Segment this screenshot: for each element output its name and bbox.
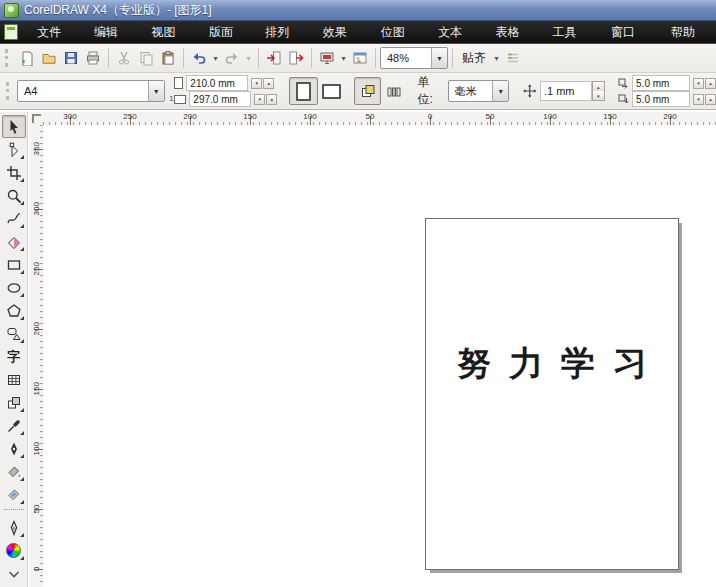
text-tool[interactable]: 字	[2, 345, 26, 368]
menu-tools[interactable]: 工具(O)	[540, 21, 598, 43]
menu-file[interactable]: 文件(F)	[24, 21, 81, 43]
table-tool[interactable]	[2, 368, 26, 391]
landscape-icon	[322, 84, 341, 99]
freehand-tool[interactable]	[2, 207, 26, 230]
shape-tool[interactable]	[2, 138, 26, 161]
copy-button[interactable]	[135, 47, 157, 69]
toolbox-more[interactable]	[2, 562, 26, 585]
menu-table[interactable]: 表格(T)	[483, 21, 540, 43]
menu-text[interactable]: 文本(X)	[425, 21, 482, 43]
save-button[interactable]	[60, 47, 82, 69]
cut-button[interactable]	[113, 47, 135, 69]
toolbar-grip[interactable]	[5, 49, 11, 67]
horizontal-ruler[interactable]: 30025020015010050050100150200	[43, 112, 716, 126]
zoom-level-combo[interactable]: 48% ▼	[380, 47, 448, 69]
menu-bitmaps[interactable]: 位图(B)	[368, 21, 425, 43]
paste-button[interactable]	[157, 47, 179, 69]
outline-flyout-tool[interactable]	[2, 516, 26, 539]
ruler-origin-button[interactable]	[30, 112, 44, 126]
import-button[interactable]	[263, 47, 285, 69]
options-button[interactable]	[502, 47, 524, 69]
crop-tool[interactable]	[2, 161, 26, 184]
interactive-fill-tool[interactable]	[2, 483, 26, 506]
interactivefill-icon	[6, 487, 22, 503]
paper-size-fields: 210.0 mm ▾▴ 297.0 mm ▾▴	[174, 76, 277, 107]
application-launcher-button[interactable]	[316, 47, 338, 69]
fill-icon	[6, 464, 22, 480]
interactive-blend-tool[interactable]	[2, 391, 26, 414]
fill-tool[interactable]	[2, 460, 26, 483]
current-page-button[interactable]	[381, 78, 406, 104]
print-button[interactable]	[82, 47, 104, 69]
snap-to-dropdown[interactable]: ▾	[491, 47, 502, 69]
welcome-screen-button[interactable]	[349, 47, 371, 69]
nudge-offset-field[interactable]: .1 mm	[540, 81, 592, 101]
units-value: 毫米	[449, 84, 493, 99]
paper-height-spinner[interactable]: ▾▴	[254, 94, 277, 105]
undo-dropdown[interactable]: ▾	[210, 47, 221, 69]
export-button[interactable]	[285, 47, 307, 69]
duplicate-x-spinner[interactable]: ▾▴	[693, 78, 716, 89]
menu-view[interactable]: 视图(V)	[139, 21, 196, 43]
crop-icon	[6, 165, 22, 181]
h-ruler-label: 50	[366, 112, 375, 121]
fill-color-tool[interactable]	[2, 539, 26, 562]
propbar-grip[interactable]	[6, 82, 12, 100]
snap-to-button[interactable]: 贴齐	[457, 47, 491, 69]
all-pages-button[interactable]	[354, 77, 381, 105]
text-icon: 字	[7, 350, 20, 363]
menu-layout[interactable]: 版面(L)	[196, 21, 252, 43]
duplicate-x-field[interactable]: 5.0 mm	[632, 75, 690, 91]
smart-fill-tool[interactable]	[2, 230, 26, 253]
polygon-tool[interactable]	[2, 299, 26, 322]
paper-height-field[interactable]: 297.0 mm	[189, 91, 251, 107]
rectangle-tool[interactable]	[2, 253, 26, 276]
standard-toolbar: ▾ ▾ ▾ 48% ▼ 贴齐 ▾	[0, 44, 716, 73]
application-launcher-dropdown[interactable]: ▾	[338, 47, 349, 69]
redo-dropdown[interactable]: ▾	[243, 47, 254, 69]
basic-shapes-tool[interactable]	[2, 322, 26, 345]
document-page[interactable]: 努力学习	[425, 218, 679, 570]
menu-items: 文件(F)编辑(E)视图(V)版面(L)排列(A)效果(C)位图(B)文本(X)…	[24, 21, 716, 43]
paper-width-field[interactable]: 210.0 mm	[186, 75, 248, 91]
landscape-button[interactable]	[318, 78, 345, 104]
document-icon	[4, 24, 18, 40]
chevron-down-icon[interactable]: ▼	[431, 48, 447, 68]
menu-edit[interactable]: 编辑(E)	[81, 21, 138, 43]
duplicate-y-field[interactable]: 5.0 mm	[632, 91, 690, 107]
v-ruler-label: 150	[32, 383, 41, 396]
units-label: 单位:	[418, 74, 444, 108]
duplicate-y-spinner[interactable]: ▾▴	[693, 94, 716, 105]
pick-tool[interactable]	[2, 115, 26, 138]
new-button[interactable]	[16, 47, 38, 69]
h-ruler-label: 300	[63, 112, 76, 121]
title-bar: CorelDRAW X4（专业版）- [图形1]	[0, 0, 716, 21]
portrait-button[interactable]	[289, 77, 318, 105]
menu-arrange[interactable]: 排列(A)	[252, 21, 309, 43]
vertical-ruler[interactable]: 350300250200150100500	[30, 125, 44, 587]
menu-help[interactable]: 帮助(H)	[658, 21, 716, 43]
paper-type-combo[interactable]: A4 ▼	[17, 80, 165, 102]
eyedropper-icon	[6, 418, 22, 434]
menu-window[interactable]: 窗口(W)	[598, 21, 658, 43]
blend-icon	[6, 395, 22, 411]
drawing-canvas[interactable]: 努力学习	[43, 125, 716, 587]
menu-effects[interactable]: 效果(C)	[310, 21, 368, 43]
paper-width-spinner[interactable]: ▾▴	[251, 78, 274, 89]
nudge-offset-spinner[interactable]: ▴▾	[592, 81, 605, 101]
undo-button[interactable]	[188, 47, 210, 69]
open-button[interactable]	[38, 47, 60, 69]
workspace: 字 30025020015010050050100150200 35030025…	[0, 110, 716, 587]
ellipse-tool[interactable]	[2, 276, 26, 299]
v-ruler-label: 50	[32, 503, 41, 516]
units-combo[interactable]: 毫米 ▼	[448, 80, 510, 102]
h-ruler-label: 100	[303, 112, 316, 121]
eyedropper-tool[interactable]	[2, 414, 26, 437]
chevron-down-icon[interactable]: ▼	[492, 81, 508, 101]
v-ruler-label: 0	[32, 563, 41, 576]
zoom-tool[interactable]	[2, 184, 26, 207]
outline-pen-tool[interactable]	[2, 437, 26, 460]
redo-button[interactable]	[221, 47, 243, 69]
all-pages-icon	[360, 83, 376, 99]
chevron-down-icon[interactable]: ▼	[148, 81, 164, 101]
